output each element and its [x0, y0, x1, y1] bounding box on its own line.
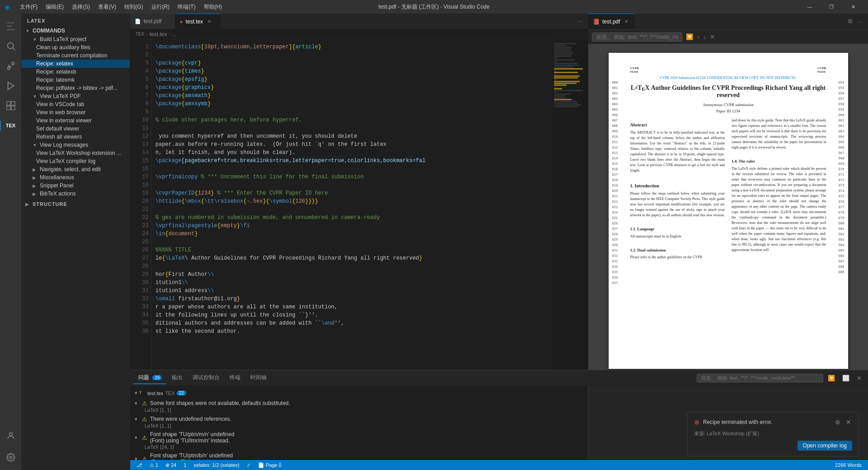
filter-button[interactable]: 🔽	[825, 374, 838, 382]
status-warnings[interactable]: ⚠ 1	[147, 460, 161, 470]
sidebar-item-terminate[interactable]: Terminate current compilation	[22, 51, 130, 60]
activity-latex[interactable]: TEX	[2, 116, 20, 135]
collapse-all-button[interactable]: ⬜	[840, 374, 852, 382]
notification-close-button[interactable]: ✕	[845, 418, 852, 427]
status-recipe[interactable]: xelatex: 1/2 (xelatex)	[191, 460, 243, 470]
log-collapse-icon-1[interactable]: ▼	[134, 391, 138, 396]
sidebar-item-view-latex-pdf[interactable]: ▼ View LaTeX PDF	[22, 92, 130, 100]
status-number[interactable]: 1	[181, 460, 189, 470]
split-editor-button[interactable]: ⧉	[846, 17, 854, 26]
line-num-right: 072	[839, 177, 845, 183]
menu-bar[interactable]: 文件(F)编辑(E)选择(S)查看(V)转到(G)运行(R)终端(T)帮助(H)	[16, 2, 225, 12]
pdf-filter-button[interactable]: 🔽	[686, 33, 693, 40]
pdf-paper-id: Paper ID 1234	[630, 109, 826, 113]
activity-source-control[interactable]	[2, 57, 20, 75]
activity-accounts[interactable]	[2, 427, 20, 445]
collapse-icon-2[interactable]: ▼	[134, 417, 138, 422]
tab-test-pdf[interactable]: 📄 test.pdf	[130, 14, 175, 29]
line-num-27: 27	[130, 254, 149, 262]
structure-label: STRUCTURE	[33, 201, 67, 207]
close-pdf-viewer-icon[interactable]: ✕	[623, 18, 630, 25]
sidebar-item-set-default[interactable]: Set default viewer	[22, 125, 130, 133]
menu-item[interactable]: 终端(T)	[174, 2, 199, 12]
pdf-more-actions-button[interactable]: ···	[856, 17, 864, 26]
menu-item[interactable]: 文件(F)	[16, 2, 41, 12]
close-button[interactable]: ✕	[843, 0, 863, 14]
pdf-close-search-button[interactable]: ✕	[710, 33, 715, 40]
problems-content: ▼ T test.tex TEX 22 ▼	[130, 386, 588, 460]
problems-filter-input[interactable]	[697, 374, 823, 382]
tab-test-tex[interactable]: ● test.tex ✕	[175, 14, 221, 29]
menu-item[interactable]: 转到(G)	[121, 2, 146, 12]
minimize-button[interactable]: —	[799, 0, 820, 14]
menu-item[interactable]: 帮助(H)	[200, 2, 226, 12]
pdf-page-container[interactable]: 000 001 002 003 004 005 006 007 008 009	[588, 44, 868, 370]
tab-timeline[interactable]: 时间轴	[246, 372, 271, 384]
sidebar-item-view-external[interactable]: View in external viewer	[22, 116, 130, 125]
pdf-content: 000 001 002 003 004 005 006 007 008 009	[588, 44, 868, 370]
line-num-left: 007	[612, 118, 618, 123]
open-compiler-log-button[interactable]: Open compiler log	[798, 441, 852, 451]
activity-settings[interactable]	[2, 448, 20, 466]
collapse-icon[interactable]: ▼	[134, 401, 138, 406]
status-check[interactable]: ✓	[244, 460, 253, 470]
line-num-5: 5	[130, 75, 149, 84]
collapse-icon-4[interactable]: ▼	[134, 456, 138, 461]
tab-terminal[interactable]: 终端	[225, 372, 245, 384]
menu-item[interactable]: 运行(R)	[148, 2, 174, 12]
sidebar-item-build-latex[interactable]: ▼ Build LaTeX project	[22, 35, 130, 43]
line-num-left: 020	[612, 188, 618, 194]
code-content[interactable]: \documentclass[10pt,twocolumn,letterpape…	[152, 39, 552, 370]
line-num-left: 037	[612, 280, 618, 286]
sidebar-item-recipe-latexmk[interactable]: Recipe: latexmk	[22, 76, 130, 84]
activity-extensions[interactable]	[2, 97, 20, 115]
sidebar-item-snippet[interactable]: ▶ Snippet Panel	[22, 181, 130, 190]
sidebar-item-view-web[interactable]: View in web browser	[22, 108, 130, 116]
activity-run[interactable]	[2, 77, 20, 95]
close-panel-button[interactable]: ✕	[854, 374, 864, 382]
sidebar-item-latex-workshop-ext[interactable]: View LaTeX Workshop extension ...	[22, 149, 130, 157]
window-controls[interactable]: — ❐ ✕	[799, 0, 863, 14]
status-git[interactable]: ⎇	[134, 460, 145, 470]
sidebar-item-view-log[interactable]: ▼ View Log messages	[22, 141, 130, 149]
pdf-search-input[interactable]	[592, 33, 682, 42]
line-num-30: 30	[130, 279, 149, 287]
main-content: 📄 test.pdf ● test.tex ✕ ··· TEX ›	[130, 14, 868, 470]
menu-item[interactable]: 编辑(E)	[42, 2, 67, 12]
sidebar-item-miscellaneous[interactable]: ▶ Miscellaneous	[22, 173, 130, 181]
status-page[interactable]: 📄 Page 0	[255, 460, 284, 470]
code-line-32: \small firstauthor@i1.org}	[155, 295, 552, 303]
sidebar-item-view-vscode[interactable]: View in VSCode tab	[22, 100, 130, 108]
pdf-prev-button[interactable]: ↑	[697, 33, 700, 40]
activity-explorer[interactable]	[2, 17, 20, 35]
sidebar-item-recipe-pdflatex[interactable]: Recipe: pdflatex -> bibtex -> pdf...	[22, 84, 130, 92]
menu-item[interactable]: 选择(S)	[68, 2, 94, 12]
sidebar-item-recipe-xelatexb[interactable]: Recipe: xelatexb	[22, 68, 130, 76]
sidebar-item-compiler-log[interactable]: View LaTeX compiler log	[22, 157, 130, 165]
maximize-button[interactable]: ❐	[821, 0, 842, 14]
pdf-tab-active[interactable]: 📕 test.pdf ✕	[588, 14, 635, 29]
notification-gear-button[interactable]: ⚙	[834, 418, 841, 427]
more-actions-button[interactable]: ···	[575, 17, 584, 26]
tab-output[interactable]: 输出	[167, 372, 187, 384]
line-num-left: 032	[612, 253, 618, 259]
status-bar-right: 2266 Words	[832, 460, 864, 470]
line-num-right: 066	[839, 145, 845, 150]
close-tex-tab-icon[interactable]: ✕	[206, 18, 213, 25]
menu-item[interactable]: 查看(V)	[94, 2, 120, 12]
structure-header[interactable]: ▶ STRUCTURE	[22, 199, 130, 208]
pdf-next-button[interactable]: ↓	[704, 33, 707, 40]
sidebar-item-bibtex[interactable]: ▶ BibTeX actions	[22, 190, 130, 198]
sidebar-item-recipe-xelatex[interactable]: Recipe: xelatex	[22, 60, 130, 68]
tab-problems[interactable]: 问题 26	[134, 372, 166, 384]
activity-search[interactable]	[2, 37, 20, 55]
collapse-icon-3[interactable]: ▼	[134, 435, 138, 440]
status-errors[interactable]: ⊗ 24	[163, 460, 179, 470]
sidebar-item-navigate[interactable]: ▶ Navigate, select, and edit	[22, 165, 130, 173]
sidebar-item-refresh-viewers[interactable]: Refresh all viewers	[22, 133, 130, 141]
tab-debug-console[interactable]: 调试控制台	[188, 372, 224, 384]
line-num-left: 030	[612, 242, 618, 248]
sidebar-item-clean-aux[interactable]: Clean up auxiliary files	[22, 43, 130, 51]
status-word-count[interactable]: 2266 Words	[832, 460, 864, 470]
commands-header[interactable]: ▼ COMMANDS	[22, 26, 130, 35]
